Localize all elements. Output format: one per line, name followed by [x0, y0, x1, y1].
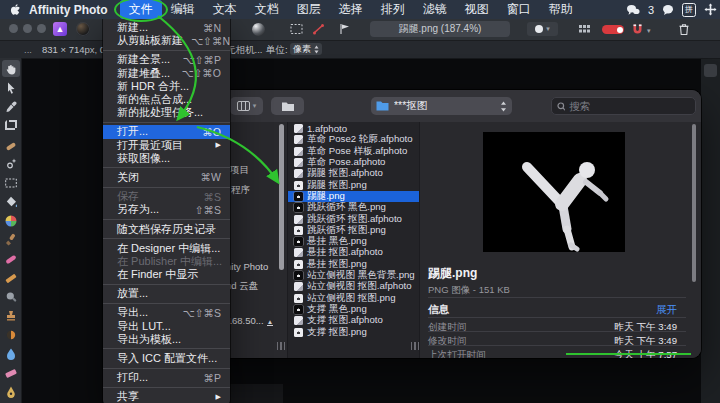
gradient-tool-icon[interactable] [252, 23, 265, 36]
menu-item-导出LUT[interactable]: 导出 LUT... [103, 320, 230, 333]
slice-icon[interactable] [312, 23, 325, 35]
new-folder-button[interactable] [271, 97, 304, 115]
menu-item-放置[interactable]: 放置... [103, 287, 230, 300]
zoom-window-button[interactable] [37, 24, 46, 33]
file-row[interactable]: 跳跃循环 抠图.png [288, 225, 419, 236]
menu-item-导入ICC配置文件[interactable]: 导入 ICC 配置文件... [103, 352, 230, 365]
chat-icon[interactable] [662, 4, 674, 16]
menu-item-新HDR合并[interactable]: 新 HDR 合并... [103, 80, 230, 93]
sidebar-item-fragment[interactable]: nity Photo [226, 261, 268, 272]
menubar-menu-视图[interactable]: 视图 [456, 0, 498, 19]
clone-stamp-tool[interactable] [2, 307, 20, 324]
pixel-grid-icon[interactable] [578, 23, 591, 35]
flood-fill-tool[interactable] [2, 193, 20, 210]
expand-link[interactable]: 展开 [656, 303, 677, 317]
chisel-tool[interactable] [2, 269, 20, 286]
file-row[interactable]: 悬挂 抠图.afphoto [288, 247, 419, 258]
eyedropper-tool[interactable] [2, 98, 20, 115]
file-row-selected[interactable]: 踢腿.png [288, 191, 419, 202]
window-controls[interactable] [9, 24, 46, 33]
file-row[interactable]: 支撑 抠图.afphoto [288, 315, 419, 326]
menu-item-新建堆叠[interactable]: 新建堆叠...⌥⇧⌘O [103, 67, 230, 80]
menu-item-新的批处理任务[interactable]: 新的批处理任务... [103, 106, 230, 119]
menubar-menu-图层[interactable]: 图层 [288, 0, 330, 19]
file-row[interactable]: 站立侧视图 抠图.afphoto [288, 281, 419, 292]
context-overflow[interactable]: ... [24, 44, 32, 55]
persona-icon[interactable] [76, 22, 90, 36]
preview-scrollbar[interactable] [692, 124, 696, 282]
app-name[interactable]: Affinity Photo [29, 3, 108, 17]
menu-item-导出为模板[interactable]: 导出为模板... [103, 333, 230, 346]
sidebar-item-fragment[interactable]: ud 云盘 [226, 280, 258, 293]
menubar-menu-文档[interactable]: 文档 [246, 0, 288, 19]
file-row[interactable]: 支撑 黑色.png [288, 304, 419, 315]
menu-item-在Publisher中编辑[interactable]: 在 Publisher 中编辑... [103, 255, 230, 268]
marquee-tool[interactable] [2, 174, 20, 191]
input-method-icon[interactable]: 拼 [682, 3, 696, 17]
menu-item-获取图像[interactable]: 获取图像... [103, 152, 230, 165]
trash-icon[interactable] [678, 23, 690, 36]
view-mode-button[interactable]: ▾ [230, 97, 263, 115]
menubar-menu-窗口[interactable]: 窗口 [498, 0, 540, 19]
apple-menu-icon[interactable] [10, 3, 21, 16]
file-row[interactable]: 支撑 抠图.png [288, 326, 419, 337]
sidebar-item-fragment[interactable]: 程序 [231, 184, 250, 197]
menu-item-保存[interactable]: 保存⌘S [103, 190, 230, 203]
chat-bubbles-icon[interactable] [626, 4, 640, 16]
selection-marquee-icon[interactable] [290, 23, 303, 35]
file-row[interactable]: 踢腿 抠图.afphoto [288, 168, 419, 179]
menu-item-打开[interactable]: 打开...⌘O [103, 125, 230, 138]
pen-tool[interactable] [2, 383, 20, 400]
paint-brush-tool[interactable] [2, 231, 20, 248]
menubar-menu-帮助[interactable]: 帮助 [540, 0, 582, 19]
move-crosshair-icon[interactable] [704, 3, 717, 16]
magnet-snapping-icon[interactable] [631, 23, 644, 35]
menu-item-随文档保存历史记录[interactable]: 随文档保存历史记录 [103, 222, 230, 235]
search-input[interactable] [569, 100, 690, 112]
dodge-tool[interactable] [2, 288, 20, 305]
folder-select[interactable]: ***抠图 [371, 97, 512, 115]
close-window-button[interactable] [9, 24, 18, 33]
file-row[interactable]: 1.afphoto [288, 123, 419, 134]
file-row[interactable]: 革命 Pose.afphoto [288, 157, 419, 168]
healing-brush-tool[interactable] [2, 136, 20, 153]
sidebar-scrollbar[interactable] [279, 124, 284, 270]
menu-item-另存为[interactable]: 另存为...⇧⌘S [103, 203, 230, 216]
column-resize-grip[interactable] [277, 342, 285, 350]
menu-item-在Finder中显示[interactable]: 在 Finder 中显示 [103, 268, 230, 281]
eject-icon[interactable]: ▲ [267, 319, 273, 326]
file-row[interactable]: 悬挂 抠图.png [288, 259, 419, 270]
burn-tool[interactable] [2, 326, 20, 343]
file-row[interactable]: 跳跃循环 抠图.afphoto [288, 213, 419, 224]
crop-tool[interactable] [2, 117, 20, 134]
menu-item-新建[interactable]: 新建...⌘N [103, 21, 230, 34]
file-row[interactable]: 革命 Pose 样板.afphoto [288, 146, 419, 157]
menubar-menu-编辑[interactable]: 编辑 [162, 0, 204, 19]
menu-item-从剪贴板新建[interactable]: 从剪贴板新建⌥⇧⌘N [103, 34, 230, 47]
file-row[interactable]: 跳跃循环 黑色.png [288, 202, 419, 213]
search-field[interactable] [551, 97, 696, 115]
color-wheel-tool[interactable] [2, 212, 20, 229]
menu-item-打印[interactable]: 打印...⌘P [103, 371, 230, 384]
menu-item-导出[interactable]: 导出...⌥⇧⌘S [103, 306, 230, 319]
menu-item-关闭[interactable]: 关闭⌘W [103, 171, 230, 184]
sidebar-item-fragment[interactable]: .168.50...▲ [224, 315, 273, 326]
eraser-tool[interactable] [2, 364, 20, 381]
file-row[interactable]: 站立侧视图 抠图.png [288, 293, 419, 304]
assistant-toggle[interactable] [602, 25, 624, 34]
file-row[interactable]: 踢腿 抠图.png [288, 180, 419, 191]
snapshot-dropdown[interactable]: ▾ [527, 22, 558, 36]
menubar-menu-排列[interactable]: 排列 [372, 0, 414, 19]
panel-icon[interactable] [704, 64, 717, 77]
menu-item-在Designer中编辑[interactable]: 在 Designer 中编辑... [103, 242, 230, 255]
sidebar-item-fragment[interactable]: 项目 [230, 164, 249, 177]
magnet-dropdown-caret[interactable]: ▾ [647, 27, 651, 35]
menu-item-新建全景[interactable]: 新建全景...⌥⇧⌘P [103, 53, 230, 66]
pixel-brush-tool[interactable] [2, 250, 20, 267]
file-row[interactable]: 革命 Pose2 轮廓.afphoto [288, 134, 419, 145]
menu-item-共享[interactable]: 共享▶ [103, 390, 230, 403]
column-resize-grip[interactable] [411, 342, 419, 350]
menu-item-新的焦点合成[interactable]: 新的焦点合成... [103, 93, 230, 106]
document-tab[interactable]: 踢腿.png (187.4%) [370, 21, 510, 37]
unit-select[interactable]: 像素 [290, 43, 322, 55]
